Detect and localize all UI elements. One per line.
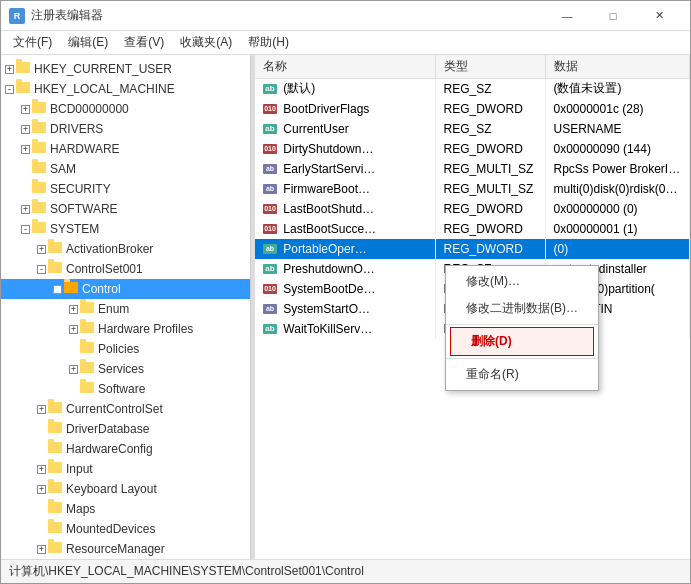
tree-item-hardwareconfig[interactable]: HardwareConfig <box>1 439 250 459</box>
menu-edit[interactable]: 编辑(E) <box>60 32 116 53</box>
context-menu-item-rename[interactable]: 重命名(R) <box>446 361 598 388</box>
expand-hklm[interactable]: - <box>5 85 14 94</box>
tree-item-controlset001[interactable]: - ControlSet001 <box>1 259 250 279</box>
table-row[interactable]: 010 BootDriverFlags REG_DWORD 0x0000001c… <box>255 99 690 119</box>
table-row[interactable]: 010 DirtyShutdown… REG_DWORD 0x00000090 … <box>255 139 690 159</box>
tree-item-hwprofiles[interactable]: + Hardware Profiles <box>1 319 250 339</box>
cell-type: REG_SZ <box>435 79 545 99</box>
cell-name: ab WaitToKillServ… <box>255 319 435 339</box>
reg-dword-icon: 010 <box>263 104 277 114</box>
tree-item-hardware[interactable]: + HARDWARE <box>1 139 250 159</box>
tree-item-services[interactable]: + Services <box>1 359 250 379</box>
tree-item-sam[interactable]: SAM <box>1 159 250 179</box>
expand-system[interactable]: - <box>21 225 30 234</box>
expand-activationbroker[interactable]: + <box>37 245 46 254</box>
context-menu-item-delete[interactable]: 删除(D) <box>450 327 594 356</box>
table-row[interactable]: ab (默认) REG_SZ (数值未设置) <box>255 79 690 99</box>
folder-icon <box>64 282 80 296</box>
tree-item-hku[interactable]: + HKEY_CURRENT_USER <box>1 59 250 79</box>
expand-hku[interactable]: + <box>5 65 14 74</box>
expand-hardware[interactable]: + <box>21 145 30 154</box>
cell-name: ab PreshutdownO… <box>255 259 435 279</box>
tree-item-input[interactable]: + Input <box>1 459 250 479</box>
registry-tree[interactable]: + HKEY_CURRENT_USER - HKEY_LOCAL_MACHINE… <box>1 55 251 559</box>
expand-control[interactable]: - <box>53 285 62 294</box>
tree-label-hklm: HKEY_LOCAL_MACHINE <box>34 82 175 96</box>
tree-label-sam: SAM <box>50 162 76 176</box>
maximize-button[interactable]: □ <box>590 1 636 31</box>
statusbar-text: 计算机\HKEY_LOCAL_MACHINE\SYSTEM\ControlSet… <box>9 563 364 580</box>
reg-dword-icon: 010 <box>263 224 277 234</box>
folder-icon <box>32 162 48 176</box>
tree-label-mounteddevices: MountedDevices <box>66 522 155 536</box>
tree-item-bcd[interactable]: + BCD00000000 <box>1 99 250 119</box>
tree-label-hardwareconfig: HardwareConfig <box>66 442 153 456</box>
cell-name: ab FirmwareBoot… <box>255 179 435 199</box>
context-menu-item-modify[interactable]: 修改(M)… <box>446 268 598 295</box>
tree-label-resourcemanager: ResourceManager <box>66 542 165 556</box>
folder-icon <box>32 142 48 156</box>
minimize-button[interactable]: — <box>544 1 590 31</box>
tree-item-enum[interactable]: + Enum <box>1 299 250 319</box>
expand-keyboardlayout[interactable]: + <box>37 485 46 494</box>
context-menu-item-modify-binary[interactable]: 修改二进制数据(B)… <box>446 295 598 322</box>
tree-item-security[interactable]: SECURITY <box>1 179 250 199</box>
cell-name: 010 BootDriverFlags <box>255 99 435 119</box>
menu-favorites[interactable]: 收藏夹(A) <box>172 32 240 53</box>
tree-item-softwarekey[interactable]: Software <box>1 379 250 399</box>
col-header-data[interactable]: 数据 <box>545 55 690 79</box>
col-header-name[interactable]: 名称 <box>255 55 435 79</box>
table-row[interactable]: 010 LastBootShutd… REG_DWORD 0x00000000 … <box>255 199 690 219</box>
expand-hwprofiles[interactable]: + <box>69 325 78 334</box>
cell-data: 0x00000090 (144) <box>545 139 690 159</box>
close-button[interactable]: ✕ <box>636 1 682 31</box>
tree-item-hklm[interactable]: - HKEY_LOCAL_MACHINE <box>1 79 250 99</box>
expand-currentcontrolset[interactable]: + <box>37 405 46 414</box>
folder-icon <box>48 522 64 536</box>
tree-item-driverdatabase[interactable]: DriverDatabase <box>1 419 250 439</box>
tree-item-control[interactable]: - Control <box>1 279 250 299</box>
col-header-type[interactable]: 类型 <box>435 55 545 79</box>
window-controls: — □ ✕ <box>544 1 682 31</box>
expand-software[interactable]: + <box>21 205 30 214</box>
folder-icon <box>80 302 96 316</box>
table-row[interactable]: ab FirmwareBoot… REG_MULTI_SZ multi(0)di… <box>255 179 690 199</box>
reg-multi-icon: ab <box>263 304 277 314</box>
table-row[interactable]: ab CurrentUser REG_SZ USERNAME <box>255 119 690 139</box>
tree-label-system: SYSTEM <box>50 222 99 236</box>
tree-item-software[interactable]: + SOFTWARE <box>1 199 250 219</box>
menu-help[interactable]: 帮助(H) <box>240 32 297 53</box>
cell-data: (0) <box>545 239 690 259</box>
cell-type: REG_DWORD <box>435 199 545 219</box>
tree-item-currentcontrolset[interactable]: + CurrentControlSet <box>1 399 250 419</box>
tree-item-activationbroker[interactable]: + ActivationBroker <box>1 239 250 259</box>
tree-item-resourcemanager[interactable]: + ResourceManager <box>1 539 250 559</box>
expand-bcd[interactable]: + <box>21 105 30 114</box>
table-row[interactable]: ab PortableOper… REG_DWORD (0) <box>255 239 690 259</box>
expand-services[interactable]: + <box>69 365 78 374</box>
menu-view[interactable]: 查看(V) <box>116 32 172 53</box>
expand-drivers[interactable]: + <box>21 125 30 134</box>
table-row[interactable]: 010 LastBootSucce… REG_DWORD 0x00000001 … <box>255 219 690 239</box>
cell-name: ab SystemStartO… <box>255 299 435 319</box>
tree-item-policies[interactable]: Policies <box>1 339 250 359</box>
expand-input[interactable]: + <box>37 465 46 474</box>
tree-item-mounteddevices[interactable]: MountedDevices <box>1 519 250 539</box>
folder-icon <box>16 82 32 96</box>
tree-item-system[interactable]: - SYSTEM <box>1 219 250 239</box>
menu-file[interactable]: 文件(F) <box>5 32 60 53</box>
tree-item-maps[interactable]: Maps <box>1 499 250 519</box>
expand-controlset001[interactable]: - <box>37 265 46 274</box>
folder-icon <box>48 442 64 456</box>
expand-resourcemanager[interactable]: + <box>37 545 46 554</box>
tree-label-input: Input <box>66 462 93 476</box>
tree-label-control: Control <box>82 282 121 296</box>
tree-item-keyboardlayout[interactable]: + Keyboard Layout <box>1 479 250 499</box>
window-title: 注册表编辑器 <box>31 7 544 24</box>
cell-name: ab EarlyStartServi… <box>255 159 435 179</box>
tree-item-drivers[interactable]: + DRIVERS <box>1 119 250 139</box>
reg-sz-icon: ab <box>263 124 277 134</box>
app-icon: R <box>9 8 25 24</box>
table-row[interactable]: ab EarlyStartServi… REG_MULTI_SZ RpcSs P… <box>255 159 690 179</box>
expand-enum[interactable]: + <box>69 305 78 314</box>
